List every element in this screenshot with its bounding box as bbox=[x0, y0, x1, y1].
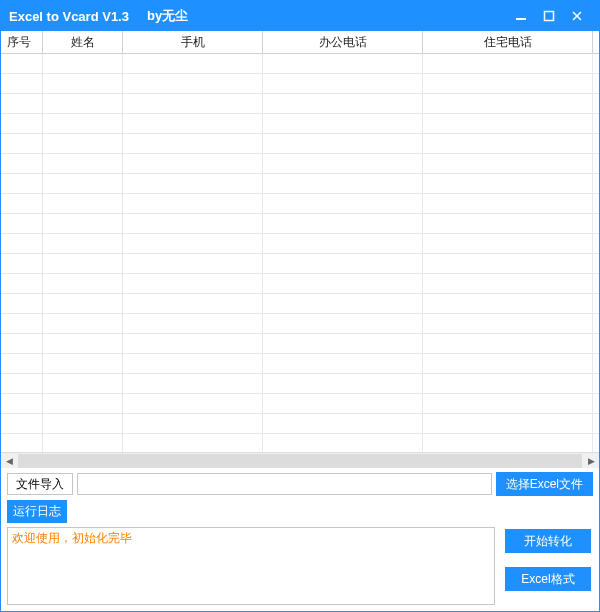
minimize-icon[interactable] bbox=[507, 1, 535, 31]
close-icon[interactable] bbox=[563, 1, 591, 31]
table-row[interactable] bbox=[1, 94, 599, 114]
choose-excel-button[interactable]: 选择Excel文件 bbox=[496, 472, 593, 496]
table-row[interactable] bbox=[1, 174, 599, 194]
svg-rect-1 bbox=[545, 12, 554, 21]
table-row[interactable] bbox=[1, 154, 599, 174]
table-row[interactable] bbox=[1, 314, 599, 334]
table-row[interactable] bbox=[1, 254, 599, 274]
table-row[interactable] bbox=[1, 274, 599, 294]
horizontal-scrollbar[interactable]: ◀ ▶ bbox=[1, 452, 599, 468]
table-row[interactable] bbox=[1, 414, 599, 434]
column-header-home[interactable]: 住宅电话 bbox=[423, 31, 593, 53]
window-author: by无尘 bbox=[147, 7, 188, 25]
table-row[interactable] bbox=[1, 294, 599, 314]
excel-format-button[interactable]: Excel格式 bbox=[505, 567, 591, 591]
grid-body[interactable] bbox=[1, 54, 599, 452]
data-grid[interactable]: 序号 姓名 手机 办公电话 住宅电话 ◀ ▶ bbox=[1, 31, 599, 468]
table-row[interactable] bbox=[1, 374, 599, 394]
file-path-input[interactable] bbox=[77, 473, 492, 495]
column-header-office[interactable]: 办公电话 bbox=[263, 31, 423, 53]
table-row[interactable] bbox=[1, 394, 599, 414]
column-header-index[interactable]: 序号 bbox=[1, 31, 43, 53]
titlebar: Excel to Vcard V1.3 by无尘 bbox=[1, 1, 599, 31]
column-header-mobile[interactable]: 手机 bbox=[123, 31, 263, 53]
start-convert-button[interactable]: 开始转化 bbox=[505, 529, 591, 553]
table-row[interactable] bbox=[1, 234, 599, 254]
column-header-name[interactable]: 姓名 bbox=[43, 31, 123, 53]
table-row[interactable] bbox=[1, 134, 599, 154]
log-textarea[interactable]: 欢迎使用，初始化完毕 bbox=[7, 527, 495, 605]
table-row[interactable] bbox=[1, 54, 599, 74]
table-row[interactable] bbox=[1, 434, 599, 452]
scroll-right-icon[interactable]: ▶ bbox=[583, 453, 599, 469]
log-content: 欢迎使用，初始化完毕 bbox=[12, 531, 132, 545]
table-row[interactable] bbox=[1, 114, 599, 134]
scroll-left-icon[interactable]: ◀ bbox=[1, 453, 17, 469]
grid-header: 序号 姓名 手机 办公电话 住宅电话 bbox=[1, 31, 599, 54]
maximize-icon[interactable] bbox=[535, 1, 563, 31]
table-row[interactable] bbox=[1, 194, 599, 214]
table-row[interactable] bbox=[1, 354, 599, 374]
file-import-label: 文件导入 bbox=[7, 473, 73, 495]
table-row[interactable] bbox=[1, 214, 599, 234]
window-title: Excel to Vcard V1.3 bbox=[9, 9, 129, 24]
run-log-label: 运行日志 bbox=[7, 500, 67, 523]
scroll-track[interactable] bbox=[18, 454, 582, 468]
table-row[interactable] bbox=[1, 74, 599, 94]
table-row[interactable] bbox=[1, 334, 599, 354]
